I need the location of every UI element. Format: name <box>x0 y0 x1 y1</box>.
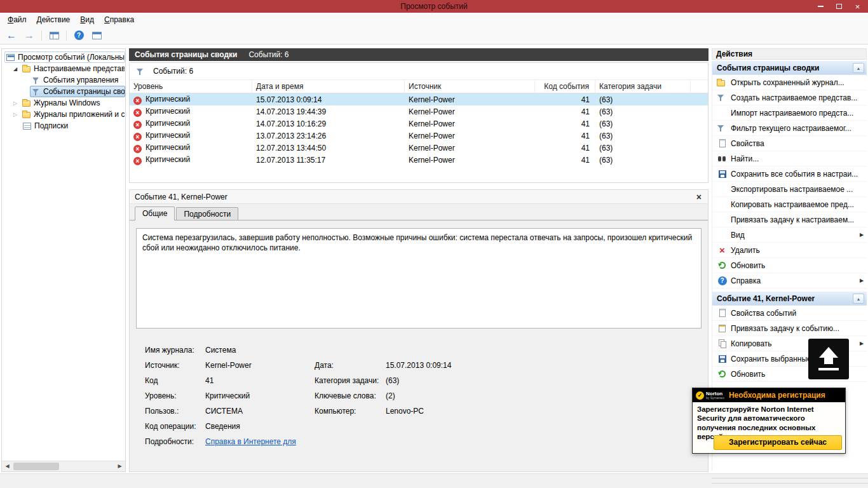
table-header: Уровень Дата и время Источник Код событи… <box>130 80 708 93</box>
critical-icon: × <box>133 121 142 129</box>
field-value: (2) <box>386 388 708 403</box>
collapse-icon[interactable]: ▲ <box>853 294 864 304</box>
action-create-custom-view[interactable]: Создать настраиваемое представ... <box>712 90 867 105</box>
action-attach-task-to-view[interactable]: Привязать задачу к настраиваем... <box>712 212 867 227</box>
column-header-task-category[interactable]: Категория задачи <box>595 80 691 93</box>
tab-details[interactable]: Подробности <box>176 207 238 220</box>
tree-item-event-viewer-root[interactable]: Просмотр событий (Локальны <box>2 51 125 63</box>
console-tree-panel: Просмотр событий (Локальны ◢ Настраиваем… <box>1 48 126 472</box>
action-help-submenu[interactable]: ?Справка▶ <box>712 273 867 288</box>
field-value <box>386 419 708 434</box>
actions-section-event-header[interactable]: Событие 41, Kernel-Power ▲ <box>712 292 867 306</box>
norton-register-button[interactable]: Зарегистрировать сейчас <box>714 435 842 450</box>
help-icon: ? <box>74 30 84 40</box>
table-row[interactable]: ×Критический 15.07.2013 0:09:14 Kernel-P… <box>130 93 708 105</box>
section-title: Событие 41, Kernel-Power <box>717 294 853 303</box>
action-properties[interactable]: Свойства <box>712 136 867 151</box>
submenu-arrow-icon: ▶ <box>857 232 867 238</box>
tab-general[interactable]: Общие <box>135 207 175 220</box>
collapse-icon[interactable]: ▲ <box>853 63 864 73</box>
norton-upload-badge[interactable] <box>808 339 849 379</box>
cell-category: (63) <box>595 107 691 116</box>
column-header-level[interactable]: Уровень <box>130 80 252 93</box>
critical-icon: × <box>133 157 142 165</box>
action-save-all-events[interactable]: Сохранить все события в настраи... <box>712 166 867 182</box>
expander-closed-icon[interactable]: ▷ <box>13 112 20 118</box>
copy-icon <box>721 341 726 348</box>
maximize-button[interactable] <box>830 0 848 13</box>
action-copy-custom-view[interactable]: Копировать настраиваемое пред... <box>712 197 867 212</box>
scroll-left-icon[interactable]: ◀ <box>2 461 13 471</box>
tree-item-custom-views[interactable]: ◢ Настраиваемые представле <box>2 63 125 74</box>
field-label: Подробности: <box>145 434 205 449</box>
scroll-right-icon[interactable]: ▶ <box>114 461 125 471</box>
action-filter-current-view[interactable]: Фильтр текущего настраиваемог... <box>712 121 867 136</box>
action-view-submenu[interactable]: Вид▶ <box>712 227 867 243</box>
maximize-icon <box>836 4 842 9</box>
cell-level: Критический <box>146 119 190 128</box>
online-help-link[interactable]: Справка в Интернете для <box>205 437 296 446</box>
tree-item-subscriptions[interactable]: Подписки <box>2 120 125 132</box>
action-pane-button[interactable] <box>88 28 105 43</box>
action-find[interactable]: Найти... <box>712 151 867 166</box>
tree-item-admin-events[interactable]: События управления <box>2 74 125 86</box>
field-label <box>315 342 386 358</box>
menu-action[interactable]: Действие <box>32 13 76 26</box>
tree-label: Журналы приложений и сл <box>34 110 125 119</box>
summary-count: Событий: 6 <box>248 50 288 59</box>
field-row: Источник:Kernel-Power Дата:15.07.2013 0:… <box>145 358 708 373</box>
menu-help[interactable]: Справка <box>99 13 139 26</box>
action-delete[interactable]: ×Удалить <box>712 243 867 258</box>
minimize-button[interactable] <box>811 0 830 13</box>
column-header-source[interactable]: Источник <box>405 80 535 93</box>
menu-view[interactable]: Вид <box>75 13 99 26</box>
forward-button[interactable]: → <box>21 28 37 43</box>
field-label <box>315 419 386 434</box>
action-attach-task-to-event[interactable]: Привязать задачу к событию... <box>712 321 867 336</box>
tree-item-windows-logs[interactable]: ▷ Журналы Windows <box>2 97 125 109</box>
event-fields: Имя журнала:Система Источник:Kernel-Powe… <box>145 342 708 449</box>
field-label: Категория задачи: <box>315 373 386 388</box>
action-export-custom-view[interactable]: Экспортировать настраиваемое ... <box>712 182 867 197</box>
action-open-saved-log[interactable]: Открыть сохраненный журнал... <box>712 75 867 90</box>
expander-closed-icon[interactable]: ▷ <box>13 100 20 106</box>
table-row[interactable]: ×Критический 14.07.2013 10:16:29 Kernel-… <box>130 118 708 130</box>
expander-open-icon[interactable]: ◢ <box>13 66 20 72</box>
critical-icon: × <box>133 133 142 141</box>
scrollbar-thumb[interactable] <box>13 463 59 470</box>
field-value: (63) <box>386 373 708 388</box>
close-button[interactable]: × <box>848 0 867 13</box>
tree-label: Настраиваемые представле <box>34 64 125 73</box>
table-row[interactable]: ×Критический 14.07.2013 19:44:39 Kernel-… <box>130 105 708 118</box>
folder-icon <box>22 112 31 118</box>
action-import-custom-view[interactable]: Импорт настраиваемого предста... <box>712 105 867 121</box>
table-row[interactable]: ×Критический 12.07.2013 13:44:50 Kernel-… <box>130 142 708 154</box>
column-header-datetime[interactable]: Дата и время <box>252 80 405 93</box>
action-refresh[interactable]: Обновить <box>712 258 867 273</box>
tree-item-summary-page-events[interactable]: События страницы свод <box>2 86 125 97</box>
cell-level: Критический <box>146 143 190 152</box>
cell-code: 41 <box>535 156 595 165</box>
menu-file[interactable]: Файл <box>3 13 32 26</box>
actions-section-summary-header[interactable]: События страницы сводки ▲ <box>712 61 867 75</box>
table-row[interactable]: ×Критический 13.07.2013 23:14:26 Kernel-… <box>130 130 708 142</box>
field-value: Kernel-Power <box>205 358 315 373</box>
back-button[interactable]: ← <box>3 28 20 43</box>
find-icon <box>718 156 726 161</box>
table-row[interactable]: ×Критический 12.07.2013 11:35:17 Kernel-… <box>130 154 708 166</box>
help-button[interactable]: ? <box>71 28 87 43</box>
column-header-event-code[interactable]: Код события <box>535 80 595 93</box>
minimize-icon <box>818 6 824 7</box>
action-event-properties[interactable]: Свойства событий <box>712 306 867 321</box>
tree-item-app-service-logs[interactable]: ▷ Журналы приложений и сл <box>2 109 125 120</box>
arrow-up-icon <box>824 357 833 364</box>
create-view-icon <box>717 93 725 102</box>
detail-close-icon[interactable]: × <box>696 193 702 201</box>
tree-horizontal-scrollbar[interactable]: ◀ ▶ <box>2 461 125 471</box>
properties-icon <box>719 309 726 317</box>
tree-label: Подписки <box>34 121 68 130</box>
field-row: Уровень:Критический Ключевые слова:(2) <box>145 388 708 403</box>
window-title: Просмотр событий <box>0 2 868 11</box>
event-detail-pane: Событие 41, Kernel-Power × Общие Подробн… <box>129 189 709 472</box>
show-console-tree-button[interactable] <box>46 28 62 43</box>
